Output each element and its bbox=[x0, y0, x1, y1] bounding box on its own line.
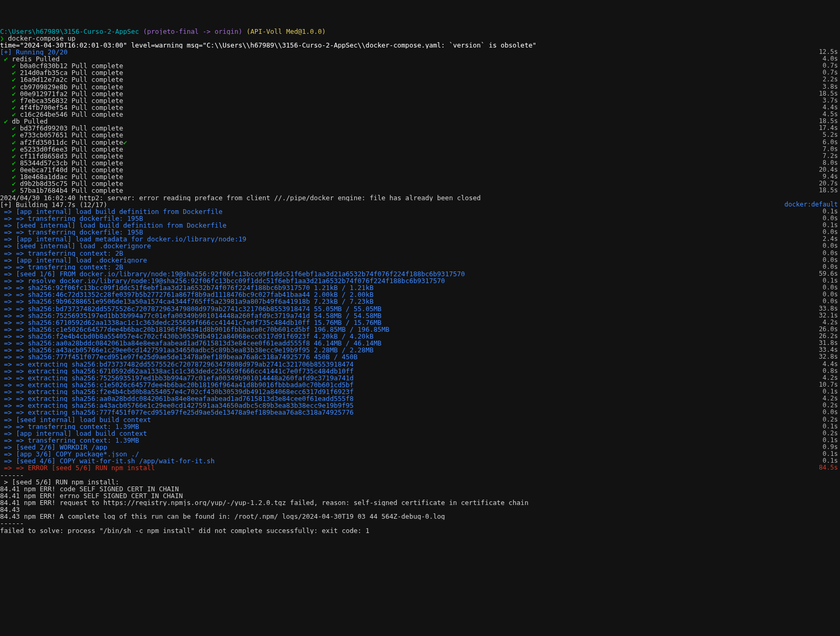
line-timing: 0.0s bbox=[823, 264, 840, 270]
build-step: => transferring context: 1.39MB bbox=[16, 437, 139, 444]
line-timing: 7.2s bbox=[823, 153, 840, 160]
terminal-line: ✔ redis Pulled4.0s bbox=[0, 55, 840, 62]
terminal-line: ✔ db Pulled18.5s bbox=[0, 118, 840, 125]
line-left: => => transferring context: 2B bbox=[0, 250, 823, 257]
terminal-line: => [app internal] load build definition … bbox=[0, 208, 840, 215]
line-left: => => extracting sha256:777f451f077ecd95… bbox=[0, 409, 823, 416]
terminal-line: => => extracting sha256:75256935197ed1bb… bbox=[0, 375, 840, 381]
pull-line: 57ba1b7684b4 Pull complete bbox=[20, 187, 124, 194]
line-left: => => extracting sha256:6710592d62aa1338… bbox=[0, 368, 823, 375]
arrow-icon: => bbox=[4, 451, 12, 457]
command: docker-compose up bbox=[8, 35, 75, 42]
line-left: ✔ cf11fd8658d3 Pull complete bbox=[0, 153, 823, 160]
build-step: => transferring dockerfile: 195B bbox=[16, 229, 143, 236]
check-icon: ✔ bbox=[12, 104, 16, 111]
line-left: ✔ 57ba1b7684b4 Pull complete bbox=[0, 187, 819, 194]
terminal-line: ✔ bd37f6d99203 Pull complete17.4s bbox=[0, 125, 840, 132]
pull-line: cb9709829e8b Pull complete bbox=[20, 83, 124, 90]
line-timing: 3.7s bbox=[823, 97, 840, 104]
line-left: ✔ c16c264be546 Pull complete bbox=[0, 111, 823, 118]
arrow-icon: => bbox=[4, 416, 12, 423]
line-timing: 5.2s bbox=[823, 132, 840, 138]
check-icon: ✔ bbox=[12, 180, 16, 187]
arrow-icon: => bbox=[4, 257, 12, 264]
build-step: [app internal] load .dockerignore bbox=[16, 257, 147, 264]
build-step: [seed 4/6] COPY wait-for-it.sh /app/wait… bbox=[16, 457, 214, 464]
check-icon: ✔ bbox=[12, 90, 16, 97]
terminal-line: ✔ e733cb057651 Pull complete5.2s bbox=[0, 132, 840, 138]
build-step: => extracting sha256:75256935197ed1bb3b9… bbox=[16, 375, 354, 381]
terminal-line: => => transferring context: 2B0.0s bbox=[0, 264, 840, 270]
terminal-line: C:\Users\h67989\3156-Curso-2-AppSec (pro… bbox=[0, 28, 840, 35]
check-icon: ✔ bbox=[12, 173, 16, 180]
terminal-line: => [seed 2/6] WORKDIR /app0.9s bbox=[0, 444, 840, 451]
terminal-line: ✔ 18e468a1ddac Pull complete9.4s bbox=[0, 173, 840, 180]
check-icon: ✔ bbox=[12, 62, 16, 69]
line-left: => => extracting sha256:75256935197ed1bb… bbox=[0, 375, 823, 381]
terminal-line: ✔ 0eebca71f40d Pull complete20.4s bbox=[0, 166, 840, 173]
arrow-icon: => bbox=[4, 375, 12, 381]
terminal-line: => => sha256:c1e5026c64577dee4b6bac20b18… bbox=[0, 326, 840, 333]
arrow-icon: => bbox=[4, 340, 12, 347]
line-left: ✔ 0eebca71f40d Pull complete bbox=[0, 166, 819, 173]
line-timing: 18.5s bbox=[819, 90, 840, 97]
pull-line: e733cb057651 Pull complete bbox=[20, 132, 124, 138]
line-left: 84.41 npm ERR! request to https://regist… bbox=[0, 499, 840, 506]
terminal-line: => => sha256:75256935197ed1bb3b994a77c01… bbox=[0, 312, 840, 319]
line-left: time="2024-04-30T16:02:01-03:00" level=w… bbox=[0, 42, 840, 49]
terminal-line: => [app internal] load .dockerignore0.0s bbox=[0, 257, 840, 264]
running-header: [+] Running 20/20 bbox=[0, 49, 68, 55]
pull-line: 85344d57c3cb Pull complete bbox=[20, 160, 124, 166]
terminal-line: ------ bbox=[0, 472, 840, 479]
build-step: => sha256:a43acb05766e1c29ee0cd1427591aa… bbox=[16, 347, 373, 353]
line-left: 84.41 npm ERR! code SELF_SIGNED_CERT_IN_… bbox=[0, 485, 840, 492]
line-left: ✔ d9b2b8d35c75 Pull complete bbox=[0, 180, 819, 187]
terminal-line: ✔ 57ba1b7684b4 Pull complete18.5s bbox=[0, 187, 840, 194]
terminal-line: 84.41 npm ERR! request to https://regist… bbox=[0, 499, 840, 506]
line-timing: 0.0s bbox=[823, 409, 840, 416]
build-step: => sha256:c1e5026c64577dee4b6bac20b18196… bbox=[16, 326, 389, 333]
terminal-line: ✔ c16c264be546 Pull complete4.5s bbox=[0, 111, 840, 118]
line-left: ✔ 16a9d12e7a2c Pull complete bbox=[0, 76, 823, 83]
line-left: => [app internal] load metadata for dock… bbox=[0, 236, 823, 242]
arrow-icon: => bbox=[4, 270, 12, 277]
arrow-icon: => bbox=[4, 388, 12, 395]
terminal-line: [+] Running 20/2012.5s bbox=[0, 49, 840, 55]
terminal-line: => => sha256:777f451f077ecd951e97fe25d9a… bbox=[0, 353, 840, 360]
terminal-line: ✔ d9b2b8d35c75 Pull complete20.7s bbox=[0, 180, 840, 187]
terminal-line: => => sha256:6710592d62aa1338ac1c1c363de… bbox=[0, 319, 840, 326]
build-step: => extracting sha256:bd73737482dd5575526… bbox=[16, 361, 354, 368]
build-step: => ERROR [seed 5/6] RUN npm install bbox=[16, 464, 155, 471]
pull-line: 18e468a1ddac Pull complete bbox=[20, 173, 124, 180]
line-left: => => sha256:a43acb05766e1c29ee0cd142759… bbox=[0, 347, 819, 353]
line-timing: 32.8s bbox=[819, 353, 840, 360]
line-left: ✔ cb9709829e8b Pull complete bbox=[0, 83, 823, 90]
arrow-icon: => bbox=[4, 326, 12, 333]
terminal-line: => => extracting sha256:a43acb05766e1c29… bbox=[0, 402, 840, 409]
pull-line: bd37f6d99203 Pull complete bbox=[20, 125, 124, 132]
line-left: => => sha256:92f06fc13bcc09f1ddc51f6ebf1… bbox=[0, 284, 823, 291]
terminal-line: ✔ e5233d0f6ee3 Pull complete7.0s bbox=[0, 146, 840, 153]
terminal-line: => => sha256:92f06fc13bcc09f1ddc51f6ebf1… bbox=[0, 284, 840, 291]
line-timing: 0.8s bbox=[823, 368, 840, 375]
arrow-icon: => bbox=[4, 430, 12, 437]
pull-line: f7ebca356832 Pull complete bbox=[20, 97, 124, 104]
build-step: => sha256:777f451f077ecd951e97fe25d9ae5d… bbox=[16, 353, 357, 360]
line-left: => [app internal] load build context bbox=[0, 430, 823, 437]
build-step: => sha256:f2e4b4cbd0b8a554057e4c702cf430… bbox=[16, 333, 373, 340]
line-timing: 0.2s bbox=[823, 416, 840, 423]
build-step: => sha256:bd73737482dd5575526c7207872963… bbox=[16, 305, 381, 312]
line-left: ✔ f7ebca356832 Pull complete bbox=[0, 97, 823, 104]
arrow-icon: => bbox=[4, 395, 12, 402]
build-step: => extracting sha256:a43acb05766e1c29ee0… bbox=[16, 402, 354, 409]
pull-line: d9b2b8d35c75 Pull complete bbox=[20, 180, 124, 187]
http2-error: 2024/04/30 16:02:40 http2: server: error… bbox=[0, 194, 481, 201]
terminal-line: => => transferring context: 2B0.0s bbox=[0, 250, 840, 257]
line-left: => [seed internal] load .dockerignore bbox=[0, 242, 823, 249]
line-timing: docker:default bbox=[785, 201, 840, 208]
line-left: => => resolve docker.io/library/node:19@… bbox=[0, 277, 823, 284]
build-step: [app internal] load metadata for docker.… bbox=[16, 236, 247, 242]
terminal-line: => => transferring dockerfile: 195B0.0s bbox=[0, 229, 840, 236]
terminal-line: 84.41 npm ERR! code SELF_SIGNED_CERT_IN_… bbox=[0, 485, 840, 492]
terminal-line: ✔ f7ebca356832 Pull complete3.7s bbox=[0, 97, 840, 104]
